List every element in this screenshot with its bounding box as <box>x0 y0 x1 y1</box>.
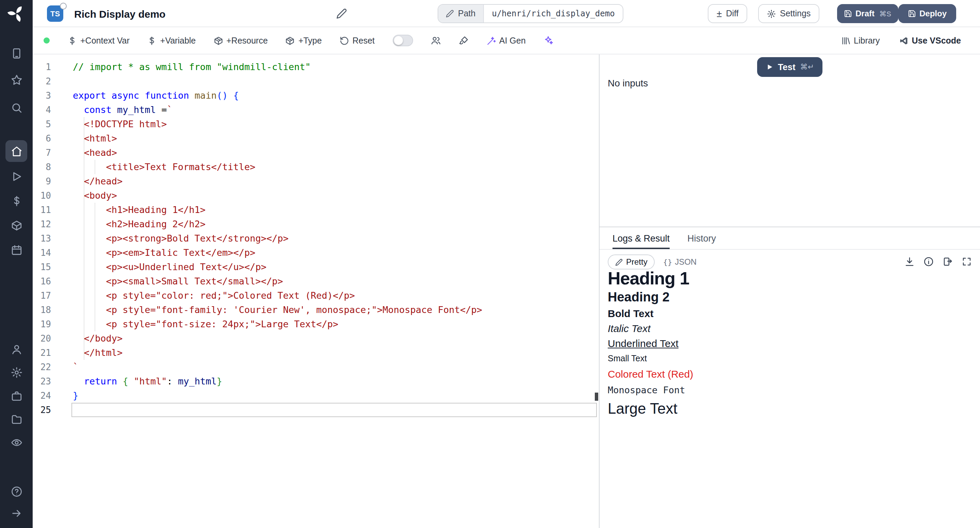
code-token <box>111 104 117 115</box>
code-token: { <box>123 375 128 386</box>
sidebar-item-variables[interactable] <box>5 190 27 212</box>
tab-history[interactable]: History <box>687 227 716 249</box>
sidebar-item-folders[interactable] <box>5 408 27 430</box>
code-line[interactable] <box>73 74 482 89</box>
tab-logs-and-result[interactable]: Logs & Result <box>612 227 670 249</box>
code-line[interactable]: </html> <box>73 346 482 360</box>
sidebar-item-schedules[interactable] <box>5 239 27 261</box>
pretty-view-button[interactable]: Pretty <box>608 254 655 269</box>
sidebar-item-workers[interactable] <box>5 385 27 407</box>
code-line[interactable]: // import * as wmill from "windmill-clie… <box>73 60 482 74</box>
sidebar-item-audit[interactable] <box>5 431 27 453</box>
ai-gen-button[interactable]: AI Gen <box>486 36 526 45</box>
code-line[interactable]: <p style="color: red;">Colored Text (Red… <box>73 288 482 303</box>
magic-wand-icon <box>486 36 496 45</box>
result-underlined-text: Underlined Text <box>608 337 972 350</box>
test-button[interactable]: Test ⌘↵ <box>757 57 823 77</box>
reset-label: Reset <box>353 36 375 45</box>
sidebar-item-runs[interactable] <box>5 165 27 187</box>
sidebar-item-search[interactable] <box>5 97 27 118</box>
settings-button[interactable]: Settings <box>758 4 819 23</box>
sidebar-item-home[interactable] <box>5 140 27 162</box>
code-token: <p><u>Underlined Text</u></p> <box>73 261 266 272</box>
code-line[interactable]: <p><strong>Bold Text</strong></p> <box>73 231 482 246</box>
add-variable-button[interactable]: +Variable <box>147 36 196 45</box>
expand-icon[interactable] <box>962 256 972 267</box>
star-icon <box>11 74 22 85</box>
deploy-button[interactable]: Deploy <box>898 4 956 23</box>
download-icon[interactable] <box>904 256 915 267</box>
code-token: <h2>Heading 2</h2> <box>73 218 205 229</box>
code-line[interactable]: <h2>Heading 2</h2> <box>73 217 482 231</box>
typescript-badge-label: TS <box>50 10 60 18</box>
code-line[interactable]: const my_html =` <box>73 103 482 117</box>
sidebar-item-collapse[interactable] <box>5 502 27 524</box>
ai-assistant-button[interactable] <box>543 35 554 46</box>
copy-icon[interactable] <box>943 256 953 267</box>
code-line[interactable]: <p><u>Underlined Text</u></p> <box>73 260 482 274</box>
code-line[interactable]: <html> <box>73 131 482 146</box>
users-icon <box>430 35 441 46</box>
add-variable-label: +Variable <box>160 36 196 45</box>
diff-button[interactable]: ± Diff <box>708 4 747 23</box>
dollar-icon <box>147 36 157 45</box>
json-view-button[interactable]: {} JSON <box>663 257 697 267</box>
code-token: <p><em>Italic Text</em></p> <box>73 247 255 258</box>
code-editor[interactable]: 1234567891011121314151617181920212223242… <box>33 54 599 528</box>
add-resource-button[interactable]: +Resource <box>213 36 268 45</box>
line-number: 14 <box>33 246 51 260</box>
windmill-logo-icon[interactable] <box>7 4 26 23</box>
edit-summary-pencil-icon[interactable] <box>336 8 347 19</box>
sidebar-item-resources[interactable] <box>5 214 27 236</box>
code-line[interactable]: <p><small>Small Text</small></p> <box>73 274 482 288</box>
code-token <box>139 90 145 101</box>
code-line[interactable]: <p style="font-size: 24px;">Large Text</… <box>73 317 482 331</box>
code-token: <p style="color: red;">Colored Text (Red… <box>73 290 355 301</box>
library-button[interactable]: Library <box>841 36 880 45</box>
code-line[interactable]: <body> <box>73 188 482 203</box>
add-resource-label: +Resource <box>226 36 268 45</box>
code-line[interactable]: <h1>Heading 1</h1> <box>73 203 482 217</box>
code-token: "html" <box>134 375 167 386</box>
code-line[interactable]: <p><em>Italic Text</em></p> <box>73 246 482 260</box>
sidebar-item-favorites[interactable] <box>5 69 27 91</box>
code-line[interactable]: <title>Text Formats</title> <box>73 160 482 174</box>
code-token <box>189 90 194 101</box>
code-line[interactable]: <p style="font-family: 'Courier New', mo… <box>73 303 482 317</box>
multiplayer-button[interactable] <box>430 35 441 46</box>
sidebar-item-users[interactable] <box>5 338 27 360</box>
path-field[interactable]: Path u/henri/rich_display_demo <box>438 4 624 23</box>
code-line[interactable]: return { "html": my_html} <box>73 374 482 388</box>
line-number: 10 <box>33 188 51 203</box>
code-line[interactable] <box>73 403 482 417</box>
info-icon[interactable] <box>924 256 934 267</box>
add-context-var-button[interactable]: +Context Var <box>67 36 130 45</box>
code-line[interactable]: } <box>73 388 482 403</box>
calendar-icon <box>11 244 22 256</box>
use-vscode-button[interactable]: Use VScode <box>899 36 961 45</box>
add-type-button[interactable]: +Type <box>285 36 322 45</box>
code-token: </body> <box>73 333 123 344</box>
sidebar-item-help[interactable] <box>5 480 27 502</box>
path-label-section: Path <box>438 5 484 22</box>
code-line[interactable]: ` <box>73 360 482 374</box>
code-token: my_html <box>178 375 217 386</box>
code-line[interactable]: </head> <box>73 174 482 188</box>
diff-mode-toggle[interactable] <box>392 35 413 46</box>
folder-icon <box>11 413 22 425</box>
code-line[interactable]: </body> <box>73 331 482 346</box>
sidebar-item-settings[interactable] <box>5 361 27 383</box>
draft-button[interactable]: Draft ⌘S <box>837 4 898 23</box>
braces-icon: {} <box>663 258 672 266</box>
format-button[interactable] <box>458 35 469 46</box>
vscode-icon <box>899 36 908 45</box>
code-line[interactable]: <head> <box>73 146 482 160</box>
sidebar-item-apps[interactable] <box>5 42 27 64</box>
reset-button[interactable]: Reset <box>340 36 375 45</box>
play-icon <box>765 63 773 71</box>
code-line[interactable]: export async function main() { <box>73 89 482 103</box>
result-bold-text: Bold Text <box>608 307 972 320</box>
play-icon <box>11 170 22 182</box>
editor-code[interactable]: // import * as wmill from "windmill-clie… <box>73 60 482 417</box>
code-line[interactable]: <!DOCTYPE html> <box>73 117 482 131</box>
